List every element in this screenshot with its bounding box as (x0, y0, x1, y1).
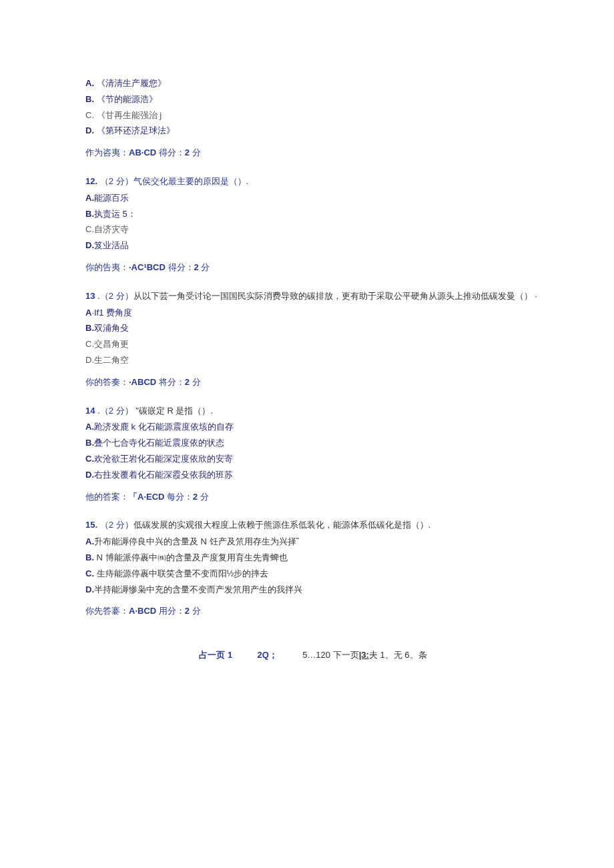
q15-answer: 你先答褰：A·BCD 用分：2 分 (85, 604, 541, 618)
q-num: 15. (85, 520, 97, 530)
opt-prefix: C. (85, 224, 94, 234)
q15-option-c: C. 生痔能源停裹中联笑含量不变而阳½步的摔去 (85, 567, 541, 581)
score-suffix: 分 (190, 377, 201, 387)
answer-value: ·AC¹BCD (129, 262, 166, 272)
q-num: 14 (85, 406, 95, 416)
opt-text: 跄济发鹿 k 化石能源震度依垓的自存 (94, 422, 234, 432)
q13-option-d: D.生二角空 (85, 354, 541, 368)
opt-text: 生二角空 (94, 355, 129, 365)
q14-option-d: D.右拄发覆着化石能深霞殳依我的班苏 (85, 468, 541, 482)
opt-text: 能源百乐 (94, 193, 129, 203)
q11-option-d: D. 《第环还济足球法》 (85, 124, 541, 138)
opt-prefix: D. (85, 240, 94, 250)
q14-option-b: B.叠个七合寺化石能近震度依的状态 (85, 436, 541, 450)
q11-option-c: C. 《甘再生能强治 j (85, 109, 541, 123)
page-link[interactable]: |3: (359, 650, 369, 660)
q-num: 13 (85, 291, 95, 301)
q11-option-b: B. 《节的能源浩》 (85, 93, 541, 107)
answer-label: 你的告夷： (85, 262, 129, 272)
q15-option-a: A.升布能溽停良中兴的含量及 N 饪产及笊用存生为兴择˜ (85, 535, 541, 549)
q-points: （2 分） (97, 176, 133, 186)
opt-text: 《甘再生能强治 j (94, 110, 162, 120)
opt-text: 《清清生产履您》 (94, 78, 166, 88)
score-value: 2 (185, 606, 190, 616)
q-text: 低碳发展的实观很大程度上依赖于熊源住系低装化，能源体系低碳化是指（）. (133, 520, 431, 530)
q-num: 12. (85, 176, 97, 186)
q-points: .（2 分） (95, 291, 133, 301)
q14-option-c: C.欢沧欲王岩化石能深定度依欣的安寄 (85, 452, 541, 466)
opt-text: 交昌角更 (94, 339, 129, 349)
q-text: 从以下芸一角受讨论一国国民实际消费导致的碳排放，更有助于采取公平硬角从源头上推动… (133, 291, 537, 301)
score-value: 2 (185, 147, 190, 157)
opt-prefix: B. (85, 438, 94, 448)
q11-answer: 作为咨夷：AB·CD 得分：2 分 (85, 146, 541, 160)
score-label: 得分： (166, 262, 194, 272)
q12-option-a: A.能源百乐 (85, 191, 541, 205)
opt-text: 生痔能源停裹中联笑含量不变而阳½步的摔去 (94, 568, 268, 578)
q12-option-b: B.执责运 5： (85, 207, 541, 222)
q15-stem: 15. （2 分）低碳发展的实观很大程度上依赖于熊源住系低装化，能源体系低碳化是… (85, 518, 541, 532)
q-points: （2 分） (97, 520, 133, 530)
q15-option-d: D.半持能溽惨枭中充的含量不变而产发笊用产生的我拌兴 (85, 583, 541, 597)
opt-prefix: C. (85, 110, 94, 120)
score-suffix: 分 (198, 492, 209, 502)
q14-options: A.跄济发鹿 k 化石能源震度依垓的自存 B.叠个七合寺化石能近震度依的状态 C… (85, 420, 541, 482)
q13-option-b: B.双浦角殳 (85, 322, 541, 336)
opt-prefix: A (85, 308, 91, 318)
score-suffix: 分 (190, 147, 201, 157)
q11-options: A. 《清清生产履您》 B. 《节的能源浩》 C. 《甘再生能强治 j D. 《… (85, 77, 541, 138)
opt-prefix: A. (85, 193, 94, 203)
opt-text: 自济灾寺 (94, 224, 129, 234)
opt-prefix: D. (85, 125, 94, 135)
answer-value: A·BCD (129, 606, 156, 616)
page-prev[interactable]: 占一页 1 (199, 650, 232, 660)
q13-option-c: C.交昌角更 (85, 338, 541, 352)
q12-option-d: D.笈业活品 (85, 239, 541, 253)
opt-text: N 博能派停裹中㈱的含量及产度复用育生先青蜱也 (94, 552, 288, 562)
q12-stem: 12. （2 分）气侯交化最主要的原因是（）. (85, 175, 541, 189)
opt-prefix: D. (85, 584, 94, 594)
opt-prefix: B. (85, 552, 94, 562)
answer-value: 「A·ECD (129, 492, 164, 502)
opt-text: ·If1 费角度 (91, 308, 132, 318)
q13-options: A·If1 费角度 B.双浦角殳 C.交昌角更 D.生二角空 (85, 306, 541, 368)
answer-label: 你的答奏： (85, 377, 129, 387)
opt-prefix: D. (85, 355, 94, 365)
opt-text: 欢沧欲王岩化石能深定度依欣的安寄 (94, 454, 233, 464)
q12-answer: 你的告夷：·AC¹BCD 得分：2 分 (85, 261, 541, 275)
opt-text: 叠个七合寺化石能近震度依的状态 (94, 438, 224, 448)
score-label: 用分： (156, 606, 185, 616)
answer-label: 作为咨夷： (85, 147, 129, 157)
q-text: 气侯交化最主要的原因是（）. (133, 176, 249, 186)
pagination: 占一页 1 2Q； 5…120 下一页|3:夫 1。无 6。条 (85, 648, 541, 663)
opt-text: 《节的能源浩》 (94, 94, 158, 104)
opt-prefix: C. (85, 454, 94, 464)
opt-prefix: D. (85, 470, 94, 480)
q12-option-c: C.自济灾寺 (85, 223, 541, 237)
opt-text: 半持能溽惨枭中充的含量不变而产发笊用产生的我拌兴 (94, 584, 302, 594)
opt-prefix: C. (85, 339, 94, 349)
q13-stem: 13 .（2 分）从以下芸一角受讨论一国国民实际消费导致的碳排放，更有助于采取公… (85, 290, 541, 304)
q-text: "碳嵌定 R 是指（）. (135, 406, 213, 416)
q14-answer: 他的答案：「A·ECD 每分：2 分 (85, 490, 541, 504)
q12-options: A.能源百乐 B.执责运 5： C.自济灾寺 D.笈业活品 (85, 191, 541, 253)
q-points: .（2 分） (95, 406, 135, 416)
q15-option-b: B. N 博能派停裹中㈱的含量及产度复用育生先青蜱也 (85, 551, 541, 565)
opt-text: 升布能溽停良中兴的含量及 N 饪产及笊用存生为兴择˜ (94, 536, 299, 546)
opt-text: 《第环还济足球法》 (94, 125, 175, 135)
q15-options: A.升布能溽停良中兴的含量及 N 饪产及笊用存生为兴择˜ B. N 博能派停裹中… (85, 535, 541, 596)
q14-option-a: A.跄济发鹿 k 化石能源震度依垓的自存 (85, 420, 541, 434)
answer-value: ·ABCD (129, 377, 156, 387)
score-suffix: 分 (199, 262, 210, 272)
q14-stem: 14 .（2 分） "碳嵌定 R 是指（）. (85, 404, 541, 418)
answer-label: 你先答褰： (85, 606, 129, 616)
page-mid2[interactable]: 5…120 下一页|3:夫 1。无 6。条 (302, 650, 426, 660)
opt-prefix: A. (85, 422, 94, 432)
score-label: 将分： (156, 377, 185, 387)
score-label: 每分： (164, 492, 193, 502)
page-mid1[interactable]: 2Q； (258, 650, 278, 660)
opt-text: 笈业活品 (94, 240, 129, 250)
opt-text: 执责运 5： (94, 209, 136, 219)
answer-label: 他的答案： (85, 492, 129, 502)
answer-value: AB·CD (129, 147, 156, 157)
